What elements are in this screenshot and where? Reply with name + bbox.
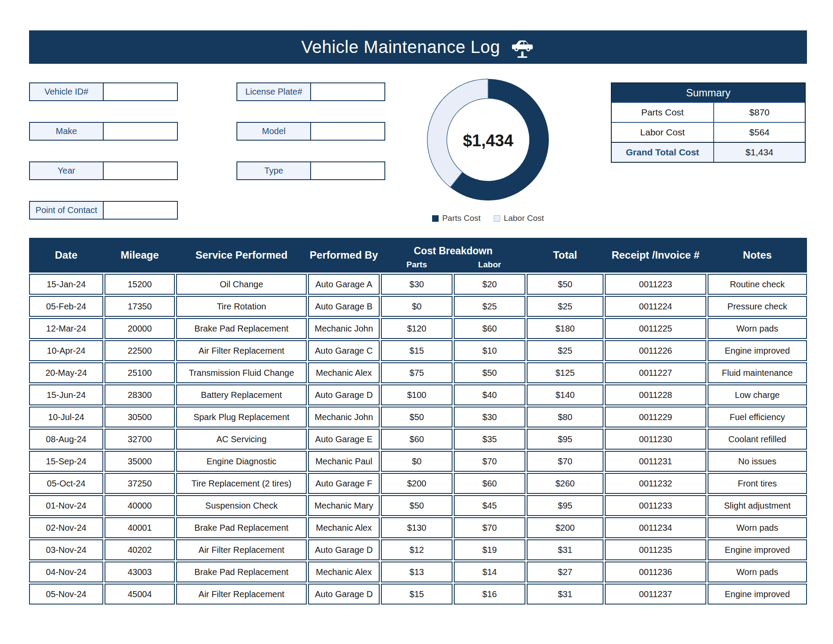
model-input[interactable]: [311, 122, 385, 141]
table-cell[interactable]: $95: [527, 429, 603, 450]
table-cell[interactable]: Mechanic Alex: [308, 517, 380, 538]
table-cell[interactable]: Auto Garage E: [308, 429, 380, 450]
table-cell[interactable]: Air Filter Replacement: [176, 539, 307, 560]
table-cell[interactable]: Front tires: [708, 473, 807, 494]
table-cell[interactable]: $120: [381, 318, 453, 339]
table-cell[interactable]: 30500: [105, 407, 175, 427]
table-cell[interactable]: Tire Rotation: [176, 296, 307, 317]
table-cell[interactable]: 10-Apr-24: [29, 340, 103, 361]
table-cell[interactable]: 0011233: [605, 495, 706, 516]
table-cell[interactable]: $15: [381, 584, 453, 605]
table-cell[interactable]: 08-Aug-24: [29, 429, 103, 450]
type-input[interactable]: [311, 161, 385, 180]
table-cell[interactable]: $95: [527, 495, 603, 516]
table-cell[interactable]: $70: [454, 451, 525, 472]
table-cell[interactable]: $130: [381, 517, 453, 538]
table-cell[interactable]: 05-Feb-24: [29, 296, 103, 317]
table-cell[interactable]: No issues: [708, 451, 807, 472]
table-cell[interactable]: Brake Pad Replacement: [176, 562, 307, 582]
table-cell[interactable]: 0011229: [605, 407, 706, 427]
table-cell[interactable]: $60: [454, 473, 525, 494]
table-cell[interactable]: 22500: [105, 340, 175, 361]
table-cell[interactable]: $80: [527, 407, 603, 427]
table-cell[interactable]: $75: [381, 362, 453, 383]
table-cell[interactable]: Slight adjustment: [708, 495, 807, 516]
table-cell[interactable]: 35000: [105, 451, 175, 472]
table-cell[interactable]: $45: [454, 495, 525, 516]
table-cell[interactable]: $60: [381, 429, 453, 450]
table-cell[interactable]: 43003: [105, 562, 175, 582]
table-cell[interactable]: 10-Jul-24: [29, 407, 103, 427]
table-cell[interactable]: Auto Garage B: [308, 296, 380, 317]
table-cell[interactable]: 40000: [105, 495, 175, 516]
table-cell[interactable]: Oil Change: [176, 274, 307, 295]
table-cell[interactable]: Mechanic Alex: [308, 362, 380, 383]
table-cell[interactable]: 0011224: [605, 296, 706, 317]
table-cell[interactable]: $125: [527, 362, 603, 383]
table-cell[interactable]: Transmission Fluid Change: [176, 362, 307, 383]
table-cell[interactable]: 15200: [105, 274, 175, 295]
table-cell[interactable]: 40202: [105, 539, 175, 560]
table-cell[interactable]: 15-Jun-24: [29, 384, 103, 405]
table-cell[interactable]: Brake Pad Replacement: [176, 318, 307, 339]
table-cell[interactable]: $13: [381, 562, 453, 582]
table-cell[interactable]: 15-Sep-24: [29, 451, 103, 472]
table-cell[interactable]: Pressure check: [708, 296, 807, 317]
table-cell[interactable]: 0011230: [605, 429, 706, 450]
table-cell[interactable]: Engine Diagnostic: [176, 451, 307, 472]
table-cell[interactable]: 03-Nov-24: [29, 539, 103, 560]
license-plate-input[interactable]: [311, 82, 385, 101]
table-cell[interactable]: 17350: [105, 296, 175, 317]
table-cell[interactable]: 45004: [105, 584, 175, 605]
table-cell[interactable]: Mechanic Mary: [308, 495, 380, 516]
table-cell[interactable]: $50: [454, 362, 525, 383]
table-cell[interactable]: 02-Nov-24: [29, 517, 103, 538]
table-cell[interactable]: 04-Nov-24: [29, 562, 103, 582]
table-cell[interactable]: Routine check: [708, 274, 807, 295]
table-cell[interactable]: 0011225: [605, 318, 706, 339]
table-cell[interactable]: Suspension Check: [176, 495, 307, 516]
table-cell[interactable]: $70: [527, 451, 603, 472]
table-cell[interactable]: Air Filter Replacement: [176, 584, 307, 605]
table-cell[interactable]: Fuel efficiency: [708, 407, 807, 427]
table-cell[interactable]: $35: [454, 429, 525, 450]
point-of-contact-input[interactable]: [104, 201, 178, 220]
table-cell[interactable]: Air Filter Replacement: [176, 340, 307, 361]
table-cell[interactable]: 32700: [105, 429, 175, 450]
table-cell[interactable]: Battery Replacement: [176, 384, 307, 405]
vehicle-id-input[interactable]: [104, 82, 178, 101]
table-cell[interactable]: $50: [381, 495, 453, 516]
table-cell[interactable]: Spark Plug Replacement: [176, 407, 307, 427]
table-cell[interactable]: $180: [527, 318, 603, 339]
table-cell[interactable]: 05-Oct-24: [29, 473, 103, 494]
table-cell[interactable]: $31: [527, 539, 603, 560]
table-cell[interactable]: 0011227: [605, 362, 706, 383]
table-cell[interactable]: $16: [454, 584, 525, 605]
table-cell[interactable]: 0011228: [605, 384, 706, 405]
table-cell[interactable]: $30: [381, 274, 453, 295]
table-cell[interactable]: $20: [454, 274, 525, 295]
table-cell[interactable]: $12: [381, 539, 453, 560]
table-cell[interactable]: 0011232: [605, 473, 706, 494]
table-cell[interactable]: 15-Jan-24: [29, 274, 103, 295]
table-cell[interactable]: 0011231: [605, 451, 706, 472]
table-cell[interactable]: $50: [527, 274, 603, 295]
table-cell[interactable]: Auto Garage A: [308, 274, 380, 295]
table-cell[interactable]: $200: [381, 473, 453, 494]
table-cell[interactable]: $60: [454, 318, 525, 339]
table-cell[interactable]: Mechanic John: [308, 318, 380, 339]
table-cell[interactable]: $0: [381, 296, 453, 317]
table-cell[interactable]: Tire Replacement (2 tires): [176, 473, 307, 494]
table-cell[interactable]: Engine improved: [708, 539, 807, 560]
table-cell[interactable]: 40001: [105, 517, 175, 538]
table-cell[interactable]: Mechanic Paul: [308, 451, 380, 472]
table-cell[interactable]: Auto Garage F: [308, 473, 380, 494]
table-cell[interactable]: 28300: [105, 384, 175, 405]
table-cell[interactable]: 01-Nov-24: [29, 495, 103, 516]
table-cell[interactable]: $40: [454, 384, 525, 405]
table-cell[interactable]: 05-Nov-24: [29, 584, 103, 605]
table-cell[interactable]: $19: [454, 539, 525, 560]
table-cell[interactable]: 0011234: [605, 517, 706, 538]
table-cell[interactable]: $25: [527, 340, 603, 361]
table-cell[interactable]: Engine improved: [708, 340, 807, 361]
